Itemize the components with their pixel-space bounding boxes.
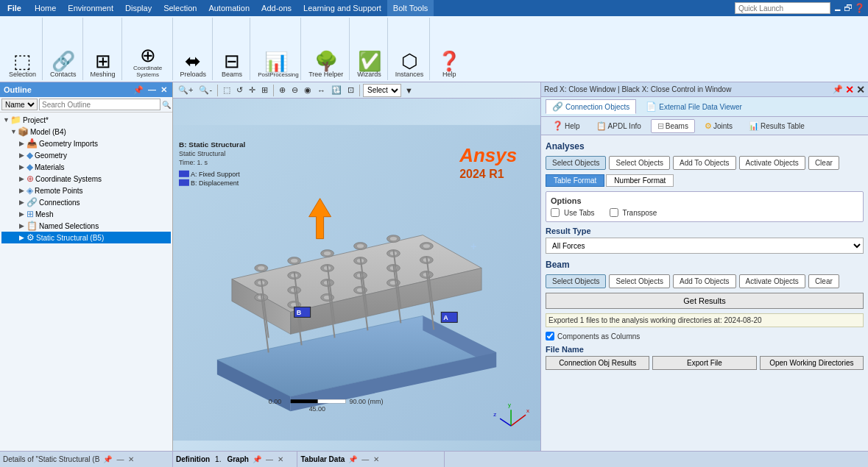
outline-search-input[interactable] <box>39 99 160 110</box>
tree-toggle-geometry[interactable]: ▶ <box>19 151 27 159</box>
vt-fit-btn[interactable]: ⬚ <box>221 85 233 96</box>
vt-extent-btn[interactable]: ↔ <box>315 85 328 96</box>
outline-search-icon[interactable]: 🔍 <box>162 101 171 109</box>
ribbon-help-btn[interactable]: ❓ Help <box>434 50 464 80</box>
export-file-btn[interactable]: Export File <box>652 356 756 370</box>
table-format-tab[interactable]: Table Format <box>546 174 604 187</box>
menu-environment[interactable]: Environment <box>62 0 119 16</box>
tree-item-named-selections[interactable]: ▶ 📋 Named Selections <box>1 220 171 232</box>
tree-toggle-project[interactable]: ▼ <box>3 116 10 124</box>
menu-bolttools[interactable]: Bolt Tools <box>387 0 434 16</box>
tree-item-model[interactable]: ▼ 📦 Model (B4) <box>1 126 171 138</box>
tree-toggle-connections[interactable]: ▶ <box>19 199 27 206</box>
number-format-tab[interactable]: Number Format <box>606 174 674 187</box>
beam-activate-objects-btn[interactable]: Activate Objects <box>739 274 805 288</box>
analyses-activate-objects-btn[interactable]: Activate Objects <box>739 156 805 170</box>
get-results-btn[interactable]: Get Results <box>546 293 864 309</box>
vt-zoom-out-btn[interactable]: 🔍- <box>197 85 214 96</box>
restore-icon[interactable]: 🗗 <box>844 3 853 13</box>
subtab-results[interactable]: 📊 Results Table <box>742 119 811 133</box>
vt-grid-btn[interactable]: ⊞ <box>259 85 270 96</box>
transpose-checkbox[interactable] <box>610 208 618 217</box>
tree-item-materials[interactable]: ▶ ◆ Materials <box>1 161 171 173</box>
tree-item-coord-systems[interactable]: ▶ ⊕ Coordinate Systems <box>1 173 171 185</box>
tree-item-remote-points[interactable]: ▶ ◈ Remote Points <box>1 185 171 196</box>
tree-item-project[interactable]: ▼ 📁 Project* <box>1 114 171 126</box>
tree-toggle-static-structural[interactable]: ▶ <box>19 234 27 241</box>
outline-close-btn[interactable]: ✕ <box>159 85 169 95</box>
rp-tab-external[interactable]: 📄 External File Data Viewer <box>639 99 749 114</box>
ribbon-selection-btn[interactable]: ⬚ Selection <box>6 50 39 80</box>
subtab-joints[interactable]: ⚙ Joints <box>698 119 739 133</box>
tree-item-geometry[interactable]: ▶ ◆ Geometry <box>1 149 171 161</box>
bb-tabular-close-btn[interactable]: ✕ <box>372 455 381 463</box>
help-menu-icon[interactable]: ❓ <box>854 3 865 13</box>
ribbon-beams-btn[interactable]: ⊟ Beams <box>217 50 247 80</box>
tree-item-connections[interactable]: ▶ 🔗 Connections <box>1 196 171 208</box>
bb-details-pin-btn[interactable]: 📌 <box>102 455 113 463</box>
analyses-select-objects-btn-2[interactable]: Select Objects <box>609 156 669 170</box>
tree-item-static-structural[interactable]: ▶ ⚙ Static Structural (B5) <box>1 232 171 243</box>
bb-details-close-btn[interactable]: ✕ <box>127 455 135 463</box>
tree-toggle-remote-points[interactable]: ▶ <box>19 187 27 194</box>
bb-graph-pin-btn[interactable]: 📌 <box>251 455 263 463</box>
subtab-help[interactable]: ❓ Help <box>546 118 587 133</box>
vt-zoom2-btn[interactable]: ⊕ <box>277 85 288 96</box>
tree-item-geom-imports[interactable]: ▶ 📥 Geometry Imports <box>1 138 171 149</box>
vt-zoom3-btn[interactable]: ⊖ <box>289 85 300 96</box>
menu-selection[interactable]: Selection <box>158 0 202 16</box>
analyses-add-to-objects-btn[interactable]: Add To Objects <box>673 156 736 170</box>
ribbon-instances-btn[interactable]: ⬡ Instances <box>392 50 427 80</box>
beam-select-objects-btn-1[interactable]: Select Objects <box>546 274 606 288</box>
ribbon-meshing-btn[interactable]: ⊞ Meshing <box>88 50 119 80</box>
analyses-clear-btn[interactable]: Clear <box>808 156 839 170</box>
ribbon-coordsystems-btn[interactable]: ⊕ Coordinate Systems <box>127 44 169 80</box>
bb-details-min-btn[interactable]: — <box>115 455 125 463</box>
menu-learning[interactable]: Learning and Support <box>297 0 387 16</box>
menu-addons[interactable]: Add-ons <box>255 0 297 16</box>
bb-tabular-min-btn[interactable]: — <box>360 455 370 463</box>
beam-select-objects-btn-2[interactable]: Select Objects <box>609 274 669 288</box>
ribbon-treehelper-btn[interactable]: 🌳 Tree Helper <box>306 50 346 80</box>
open-working-dir-btn[interactable]: Open Working Directories <box>760 356 864 370</box>
quick-launch-input[interactable] <box>735 2 830 14</box>
rp-tab-connection[interactable]: 🔗 Connection Objects <box>546 99 636 114</box>
bb-tabular-pin-btn[interactable]: 📌 <box>347 455 359 463</box>
outline-name-select[interactable]: Name <box>1 99 38 110</box>
beam-clear-btn[interactable]: Clear <box>808 274 839 288</box>
tree-toggle-mesh[interactable]: ▶ <box>19 210 27 218</box>
rp-close-red-btn[interactable]: ✕ <box>845 84 854 96</box>
vt-box-btn[interactable]: ⊡ <box>345 85 356 96</box>
bb-graph-close-btn[interactable]: ✕ <box>276 455 285 463</box>
vt-dropdown-btn[interactable]: ▼ <box>403 85 415 96</box>
outline-minimize-btn[interactable]: — <box>147 85 158 95</box>
vt-reset-btn[interactable]: ◉ <box>302 85 314 96</box>
outline-pin-btn[interactable]: 📌 <box>132 85 145 95</box>
minimize-icon[interactable]: 🗕 <box>833 3 842 13</box>
components-as-columns-checkbox[interactable] <box>546 332 554 341</box>
vt-refresh-btn[interactable]: 🔃 <box>329 85 344 96</box>
beam-add-to-objects-btn[interactable]: Add To Objects <box>673 274 736 288</box>
result-type-select[interactable]: All Forces Axial Force Bending Moment Sh… <box>546 238 864 254</box>
connection-obj-results-btn[interactable]: Connection Obj Results <box>546 356 649 370</box>
tree-toggle-model[interactable]: ▼ <box>10 128 18 135</box>
rp-pin-btn[interactable]: 📌 <box>833 85 843 94</box>
tree-toggle-geom-imports[interactable]: ▶ <box>19 140 27 147</box>
vt-select-mode[interactable]: Select <box>363 84 401 97</box>
use-tabs-checkbox[interactable] <box>551 208 560 217</box>
tree-toggle-coord-systems[interactable]: ▶ <box>19 175 27 182</box>
analyses-select-objects-btn-1[interactable]: Select Objects <box>546 156 606 170</box>
ribbon-wizards-btn[interactable]: ✅ Wizards <box>354 50 384 80</box>
subtab-apdl[interactable]: 📋 APDL Info <box>590 119 648 133</box>
vt-rotate-btn[interactable]: ↺ <box>234 85 245 96</box>
ribbon-preloads-btn[interactable]: ⬌ Preloads <box>177 50 210 80</box>
menu-automation[interactable]: Automation <box>202 0 255 16</box>
vt-zoom-in-btn[interactable]: 🔍+ <box>176 85 195 96</box>
menu-display[interactable]: Display <box>119 0 158 16</box>
tree-toggle-named-selections[interactable]: ▶ <box>19 222 27 229</box>
tree-toggle-materials[interactable]: ▶ <box>19 163 27 171</box>
vt-pan-btn[interactable]: ✛ <box>247 85 258 96</box>
subtab-beams[interactable]: ⊟ Beams <box>651 119 695 133</box>
ribbon-contacts-btn[interactable]: 🔗 Contacts <box>47 50 80 80</box>
tree-item-mesh[interactable]: ▶ ⊞ Mesh <box>1 208 171 220</box>
